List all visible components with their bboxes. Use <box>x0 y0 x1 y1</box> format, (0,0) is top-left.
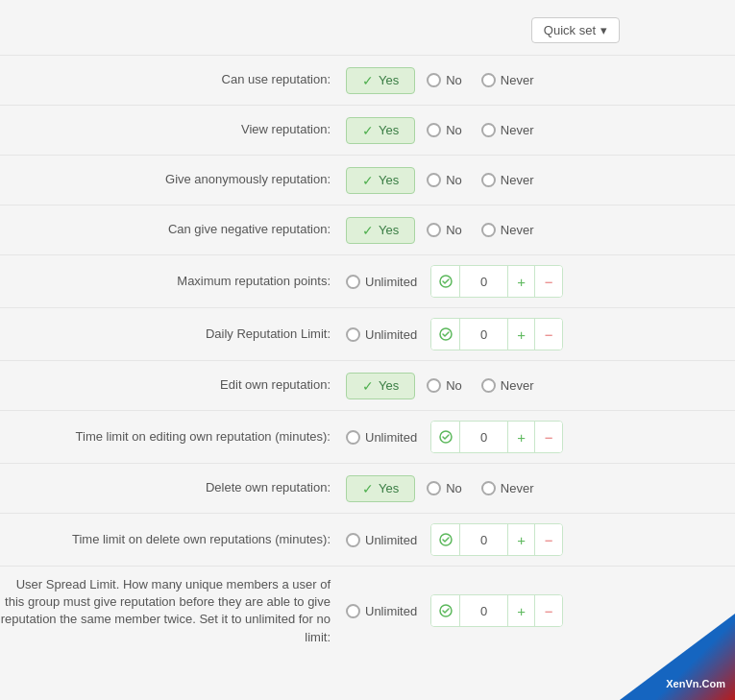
rows-container: Can use reputation:✓YesNoNeverView reput… <box>0 55 735 656</box>
radio-circle-never <box>481 481 496 495</box>
stepper-input-time-limit-edit[interactable] <box>460 422 508 452</box>
row-user-spread-limit: User Spread Limit. How many unique membe… <box>0 566 735 656</box>
check-icon: ✓ <box>362 173 374 188</box>
yes-button-give-anonymously[interactable]: ✓Yes <box>346 167 415 194</box>
yes-button-delete-own[interactable]: ✓Yes <box>346 475 415 502</box>
minus-button-time-limit-delete[interactable]: − <box>535 524 562 555</box>
row-give-negative: Can give negative reputation:✓YesNoNever <box>0 205 735 254</box>
unlimited-option-max-points[interactable]: Unlimited <box>346 275 417 289</box>
unlimited-option-user-spread-limit[interactable]: Unlimited <box>346 604 417 618</box>
radio-circle-unlimited <box>346 275 360 289</box>
controls-max-points: Unlimited+− <box>346 265 735 298</box>
minus-button-user-spread-limit[interactable]: − <box>535 595 562 626</box>
radio-circle-no <box>427 378 441 393</box>
yes-button-edit-own[interactable]: ✓Yes <box>346 373 415 399</box>
stepper-check-icon <box>431 422 460 452</box>
no-option-give-negative[interactable]: No <box>427 223 462 237</box>
never-label: Never <box>501 123 534 137</box>
radio-circle-unlimited <box>346 604 360 618</box>
row-edit-own: Edit own reputation:✓YesNoNever <box>0 360 735 410</box>
stepper-input-daily-limit[interactable] <box>460 319 508 350</box>
stepper-check-icon <box>431 266 460 297</box>
label-can-use-reputation: Can use reputation: <box>0 71 346 88</box>
quick-set-label: Quick set <box>544 23 596 37</box>
stepper-input-user-spread-limit[interactable] <box>460 595 508 626</box>
never-option-give-negative[interactable]: Never <box>481 223 534 237</box>
stepper-group-user-spread-limit: +− <box>430 594 563 627</box>
never-option-view-reputation[interactable]: Never <box>481 123 534 137</box>
stepper-input-time-limit-delete[interactable] <box>460 524 508 555</box>
controls-give-anonymously: ✓YesNoNever <box>346 167 735 194</box>
plus-button-daily-limit[interactable]: + <box>508 319 535 350</box>
no-option-edit-own[interactable]: No <box>427 378 462 393</box>
stepper-group-time-limit-delete: +− <box>430 523 563 556</box>
never-label: Never <box>501 173 534 187</box>
never-option-delete-own[interactable]: Never <box>481 481 534 495</box>
yes-label: Yes <box>379 223 399 237</box>
minus-button-daily-limit[interactable]: − <box>535 319 562 350</box>
never-option-give-anonymously[interactable]: Never <box>481 173 534 187</box>
controls-time-limit-edit: Unlimited+− <box>346 421 735 453</box>
row-daily-limit: Daily Reputation Limit:Unlimited+− <box>0 307 735 360</box>
minus-button-time-limit-edit[interactable]: − <box>535 422 562 452</box>
plus-button-user-spread-limit[interactable]: + <box>508 595 535 626</box>
stepper-group-max-points: +− <box>430 265 563 298</box>
no-label: No <box>446 73 462 87</box>
never-label: Never <box>501 481 534 495</box>
no-option-can-use-reputation[interactable]: No <box>427 73 462 87</box>
stepper-group-time-limit-edit: +− <box>430 421 563 453</box>
label-daily-limit: Daily Reputation Limit: <box>0 326 346 343</box>
never-label: Never <box>501 223 534 237</box>
controls-daily-limit: Unlimited+− <box>346 318 735 350</box>
plus-button-time-limit-delete[interactable]: + <box>508 524 535 555</box>
minus-button-max-points[interactable]: − <box>535 266 562 297</box>
radio-circle-never <box>481 173 496 187</box>
label-time-limit-delete: Time limit on delete own reputations (mi… <box>0 531 346 548</box>
row-time-limit-edit: Time limit on editing own reputation (mi… <box>0 410 735 463</box>
check-icon: ✓ <box>362 223 374 238</box>
radio-circle-unlimited <box>346 430 360 445</box>
row-view-reputation: View reputation:✓YesNoNever <box>0 105 735 155</box>
label-give-negative: Can give negative reputation: <box>0 221 346 238</box>
unlimited-option-time-limit-edit[interactable]: Unlimited <box>346 430 417 445</box>
unlimited-label: Unlimited <box>365 604 417 618</box>
chevron-down-icon: ▾ <box>600 23 607 37</box>
yes-button-view-reputation[interactable]: ✓Yes <box>346 117 415 144</box>
no-option-give-anonymously[interactable]: No <box>427 173 462 187</box>
label-view-reputation: View reputation: <box>0 121 346 138</box>
unlimited-option-daily-limit[interactable]: Unlimited <box>346 327 417 342</box>
stepper-input-max-points[interactable] <box>460 266 508 297</box>
plus-button-time-limit-edit[interactable]: + <box>508 422 535 452</box>
stepper-group-daily-limit: +− <box>430 318 563 350</box>
unlimited-option-time-limit-delete[interactable]: Unlimited <box>346 533 417 547</box>
radio-circle-no <box>427 73 441 87</box>
watermark-text: XenVn.Com <box>666 677 725 690</box>
quick-set-row: Quick set ▾ <box>0 10 735 55</box>
label-delete-own: Delete own reputation: <box>0 479 346 496</box>
yes-label: Yes <box>379 173 399 187</box>
never-option-can-use-reputation[interactable]: Never <box>481 73 534 87</box>
check-icon: ✓ <box>362 378 374 394</box>
controls-time-limit-delete: Unlimited+− <box>346 523 735 556</box>
radio-circle-unlimited <box>346 327 360 342</box>
quick-set-button[interactable]: Quick set ▾ <box>531 17 620 43</box>
controls-give-negative: ✓YesNoNever <box>346 217 735 244</box>
label-give-anonymously: Give anonymously reputation: <box>0 171 346 188</box>
yes-button-give-negative[interactable]: ✓Yes <box>346 217 415 244</box>
unlimited-label: Unlimited <box>365 430 417 445</box>
controls-user-spread-limit: Unlimited+− <box>346 594 735 627</box>
unlimited-label: Unlimited <box>365 327 417 342</box>
label-max-points: Maximum reputation points: <box>0 273 346 290</box>
no-label: No <box>446 223 462 237</box>
radio-circle-never <box>481 73 496 87</box>
yes-label: Yes <box>379 481 399 495</box>
no-option-delete-own[interactable]: No <box>427 481 462 495</box>
never-label: Never <box>501 73 534 87</box>
row-give-anonymously: Give anonymously reputation:✓YesNoNever <box>0 155 735 205</box>
never-option-edit-own[interactable]: Never <box>481 378 534 393</box>
plus-button-max-points[interactable]: + <box>508 266 535 297</box>
label-edit-own: Edit own reputation: <box>0 376 346 394</box>
radio-circle-no <box>427 481 441 495</box>
yes-button-can-use-reputation[interactable]: ✓Yes <box>346 67 415 94</box>
no-option-view-reputation[interactable]: No <box>427 123 462 137</box>
